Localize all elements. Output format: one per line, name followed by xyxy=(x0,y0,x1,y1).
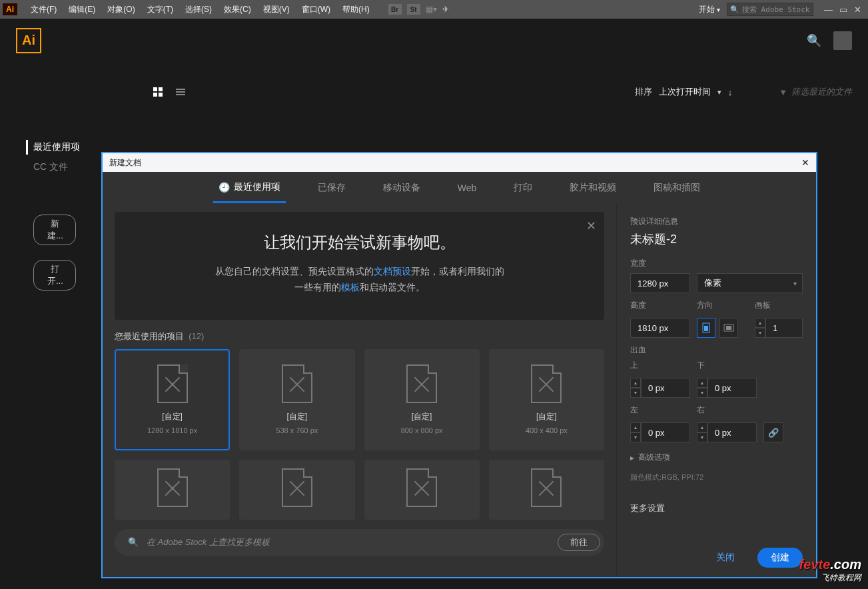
tab-art[interactable]: 图稿和插图 xyxy=(648,174,705,202)
document-name[interactable]: 未标题-2 xyxy=(630,231,803,247)
preset-grid: [自定] 1280 x 1810 px [自定] 538 x 760 px [自… xyxy=(115,349,604,520)
layout-icon[interactable]: ▦▾ xyxy=(426,5,437,14)
orient-landscape[interactable] xyxy=(719,318,738,338)
create-button[interactable]: 创建 xyxy=(757,548,803,568)
new-button[interactable]: 新建... xyxy=(33,215,76,245)
menu-effect[interactable]: 效果(C) xyxy=(218,1,256,18)
bleed-label: 出血 xyxy=(630,344,803,356)
orient-portrait[interactable] xyxy=(697,318,715,338)
dialog-left-pane: ✕ 让我们开始尝试新事物吧。 从您自己的文档设置、预先设置格式的文档预设开始，或… xyxy=(103,204,616,577)
artboard-stepper[interactable]: ▴▾ xyxy=(755,318,765,338)
stock-icon[interactable]: St xyxy=(407,4,420,15)
advanced-toggle[interactable]: ▸高级选项 xyxy=(630,452,803,463)
stock-go-button[interactable]: 前往 xyxy=(558,534,600,551)
open-button[interactable]: 打开... xyxy=(33,260,76,291)
hero-title: 让我们开始尝试新事物吧。 xyxy=(141,232,578,253)
workspace-switcher[interactable]: 开始 ▾ xyxy=(692,3,727,17)
search-icon[interactable]: 🔍 xyxy=(807,33,821,48)
menu-edit[interactable]: 编辑(E) xyxy=(63,1,101,18)
more-settings[interactable]: 更多设置 xyxy=(630,502,803,514)
sort-value[interactable]: 上次打开时间 xyxy=(659,86,711,98)
document-icon xyxy=(282,468,312,507)
bleed-right-label: 右 xyxy=(697,404,757,416)
app-logo: Ai xyxy=(3,3,17,15)
menu-type[interactable]: 文字(T) xyxy=(142,1,179,18)
sort-dir-icon[interactable]: ↓ xyxy=(728,87,733,97)
height-input[interactable]: 1810 px xyxy=(630,318,690,338)
dialog-titlebar: 新建文档 ✕ xyxy=(103,153,816,172)
tab-saved[interactable]: 已保存 xyxy=(312,174,351,202)
menu-window[interactable]: 窗口(W) xyxy=(296,1,336,18)
dialog-tabs: 🕘最近使用项 已保存 移动设备 Web 打印 胶片和视频 图稿和插图 xyxy=(103,172,816,204)
doc-presets-link[interactable]: 文档预设 xyxy=(374,266,411,277)
tab-film[interactable]: 胶片和视频 xyxy=(564,174,622,202)
dialog-close-icon[interactable]: ✕ xyxy=(801,157,809,168)
hero-close-icon[interactable]: ✕ xyxy=(586,219,596,233)
recent-items-label: 您最近使用的项目 (12) xyxy=(115,330,604,342)
preset-item[interactable]: [自定] 1280 x 1810 px xyxy=(115,349,230,450)
menu-object[interactable]: 对象(O) xyxy=(102,1,140,18)
document-icon xyxy=(157,468,188,507)
stock-search-input[interactable]: 在 Adobe Stock 上查找更多模板 xyxy=(147,536,270,548)
width-label: 宽度 xyxy=(630,258,803,269)
preset-details-pane: 预设详细信息 未标题-2 宽度 1280 px 像素▾ 高度 1810 px 方… xyxy=(616,204,816,577)
bleed-stepper[interactable]: ▴▾ xyxy=(630,422,641,442)
hero-panel: ✕ 让我们开始尝试新事物吧。 从您自己的文档设置、预先设置格式的文档预设开始，或… xyxy=(115,212,604,320)
unit-select[interactable]: 像素▾ xyxy=(697,273,803,293)
link-bleed-icon[interactable]: 🔗 xyxy=(763,422,783,442)
details-heading: 预设详细信息 xyxy=(630,216,803,227)
nav-cc-files[interactable]: CC 文件 xyxy=(33,160,80,175)
search-icon: 🔍 xyxy=(128,537,139,547)
minimize-icon[interactable]: ― xyxy=(824,5,833,15)
orient-label: 方向 xyxy=(697,300,738,311)
preset-item[interactable] xyxy=(364,460,480,520)
filter-icon: ▼ xyxy=(779,87,787,97)
width-input[interactable]: 1280 px xyxy=(630,273,690,293)
preset-item[interactable]: [自定] 400 x 400 px xyxy=(489,349,604,450)
svg-rect-3 xyxy=(726,326,731,330)
preset-item[interactable]: [自定] 800 x 800 px xyxy=(364,349,480,450)
bleed-left-input[interactable]: 0 px xyxy=(641,422,690,442)
artboard-label: 画板 xyxy=(755,300,803,311)
tab-print[interactable]: 打印 xyxy=(508,174,538,202)
templates-link[interactable]: 模板 xyxy=(341,282,360,293)
bleed-stepper[interactable]: ▴▾ xyxy=(697,378,707,398)
tab-web[interactable]: Web xyxy=(452,175,482,201)
bleed-stepper[interactable]: ▴▾ xyxy=(630,378,641,398)
stock-search-row: 🔍 在 Adobe Stock 上查找更多模板 前往 xyxy=(115,529,604,556)
menu-view[interactable]: 视图(V) xyxy=(258,1,295,18)
document-icon xyxy=(282,364,312,403)
grid-view-icon[interactable] xyxy=(153,87,163,97)
close-icon[interactable]: ✕ xyxy=(854,5,861,15)
tab-recent[interactable]: 🕘最近使用项 xyxy=(213,173,286,203)
bleed-stepper[interactable]: ▴▾ xyxy=(697,422,707,442)
menu-help[interactable]: 帮助(H) xyxy=(337,1,375,18)
bleed-left-label: 左 xyxy=(630,404,690,416)
menu-file[interactable]: 文件(F) xyxy=(25,1,62,18)
bridge-icon[interactable]: Br xyxy=(388,4,402,15)
filter-input[interactable]: 筛选最近的文件 xyxy=(791,86,852,98)
bleed-bottom-input[interactable]: 0 px xyxy=(707,378,757,398)
preset-item[interactable] xyxy=(489,460,604,520)
chevron-down-icon[interactable]: ▾ xyxy=(717,88,721,97)
bleed-bottom-label: 下 xyxy=(697,360,757,371)
bleed-top-input[interactable]: 0 px xyxy=(641,378,690,398)
preset-item[interactable] xyxy=(115,460,230,520)
preset-item[interactable]: [自定] 538 x 760 px xyxy=(239,349,354,450)
menu-select[interactable]: 选择(S) xyxy=(180,1,217,18)
document-icon xyxy=(157,364,188,403)
height-label: 高度 xyxy=(630,300,690,311)
artboard-input[interactable]: 1 xyxy=(765,318,803,338)
publish-icon[interactable]: ✈ xyxy=(442,5,449,14)
close-button[interactable]: 关闭 xyxy=(703,548,748,568)
preset-item[interactable] xyxy=(239,460,354,520)
list-view-icon[interactable] xyxy=(176,89,185,95)
clock-icon: 🕘 xyxy=(218,182,230,193)
menu-items: 文件(F) 编辑(E) 对象(O) 文字(T) 选择(S) 效果(C) 视图(V… xyxy=(25,1,375,18)
bleed-right-input[interactable]: 0 px xyxy=(707,422,757,442)
restore-icon[interactable]: ▭ xyxy=(839,5,847,15)
nav-recent[interactable]: 最近使用项 xyxy=(26,140,80,155)
stock-search-input[interactable]: 🔍 搜索 Adobe Stock xyxy=(727,3,813,16)
tab-mobile[interactable]: 移动设备 xyxy=(378,174,426,202)
user-avatar[interactable] xyxy=(833,31,852,50)
